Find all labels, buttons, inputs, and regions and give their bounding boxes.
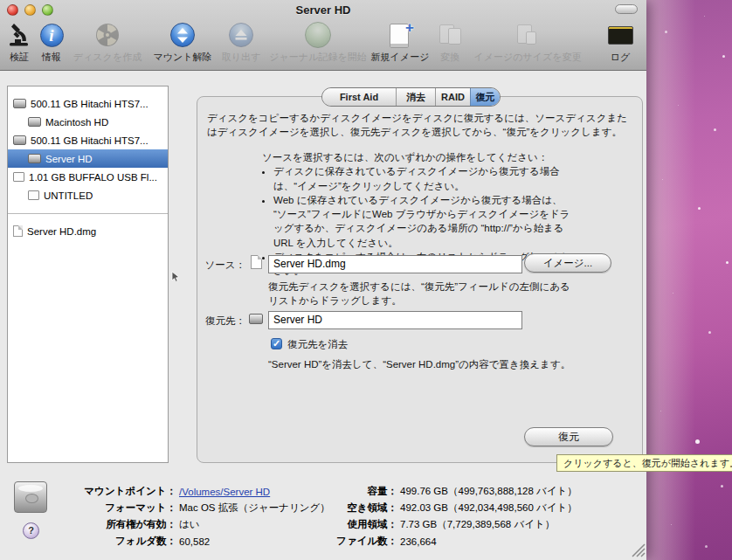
disk-utility-window: Server HD 検証i情報ディスクを作成マウント解除取り出すジャーナル記録を… [0,0,646,560]
mount-point-link[interactable]: /Volumes/Server HD [179,487,270,497]
tab-restore[interactable]: 復元 [470,88,500,106]
source-instructions-title: ソースを選択するには、次のいずれかの操作をしてください： [262,150,573,164]
source-label: ソース： [197,259,245,272]
toolbar-item-journal: ジャーナル記録を開始 [259,21,376,68]
info-row: ファイル数：236,664 [306,533,645,550]
source-field[interactable]: Server HD.dmg [268,255,522,273]
burn-icon [95,21,120,49]
journal-icon [305,22,331,48]
instruction-bullet: ディスクに保存されているディスクイメージから復元する場合は、“イメージ”をクリッ… [273,164,573,193]
info-value: 60,582 [179,536,210,547]
desktop-light-band [646,0,708,560]
volume-icon [28,117,41,127]
sidebar-item[interactable]: Server HD [8,149,168,168]
destination-label: 復元先： [197,315,245,328]
info-value: 499.76 GB（499,763,888,128 バイト） [400,485,577,498]
resize-grip-icon[interactable] [630,542,646,557]
resize-image-icon [514,22,542,48]
toolbar-item-unmount[interactable]: マウント解除 [143,21,222,68]
sidebar-item[interactable]: 500.11 GB Hitachi HTS7... [8,131,168,149]
window-chrome: Server HD 検証i情報ディスクを作成マウント解除取り出すジャーナル記録を… [0,0,646,71]
toolbar-item-info[interactable]: i情報 [34,21,69,68]
source-dmg-icon [251,255,262,269]
image-button[interactable]: イメージ... [524,253,611,273]
disk-icon [13,135,26,145]
sidebar-item[interactable]: UNTITLED [8,186,168,204]
info-row: 容量：499.76 GB（499,763,888,128 バイト） [306,483,645,500]
selected-volume-icon [14,481,47,513]
destination-disk-icon [249,314,263,324]
verify-icon [7,21,31,49]
erase-destination-label: 復元先を消去 [287,338,348,351]
restore-tooltip: クリックすると、復元が開始されます。 [556,454,732,472]
instruction-bullet: Web に保存されているディスクイメージから復元する場合は、“ソース”フィールド… [273,193,573,250]
toolbar-item-new-image[interactable]: +新規イメージ [364,21,436,68]
usb-volume-icon [28,190,39,200]
tab-erase[interactable]: 消去 [396,88,435,106]
toolbar-item-verify[interactable]: 検証 [2,21,37,68]
volume-icon [28,154,41,163]
mouse-cursor-icon [171,271,182,283]
tab-raid[interactable]: RAID [435,88,470,106]
window-title: Server HD [0,3,646,17]
erase-note-text: “Server HD”を消去して、“Server HD.dmg”の内容で置き換え… [268,357,618,371]
unmount-icon [170,23,195,47]
info-value: 492.03 GB（492,034,498,560 バイト） [400,501,577,515]
sidebar-item[interactable]: 500.11 GB Hitachi HTS7... [8,94,168,113]
sidebar-image-item[interactable]: Server HD.dmg [8,222,168,240]
destination-help-text: 復元先ディスクを選択するには、“復元先”フィールドの左側にあるリストからドラッグ… [268,280,572,308]
dmg-icon [13,225,23,237]
sidebar-item[interactable]: 1.01 GB BUFFALO USB Fl... [8,168,168,186]
info-value: 236,664 [400,536,437,547]
info-right-column: 容量：499.76 GB（499,763,888,128 バイト）空き領域：49… [306,483,645,550]
device-sidebar: 500.11 GB Hitachi HTS7...Macintosh HD500… [7,86,169,463]
toolbar: 検証i情報ディスクを作成マウント解除取り出すジャーナル記録を開始+新規イメージ変… [0,21,646,68]
usb-disk-icon [13,172,24,182]
eject-icon [229,23,253,47]
sidebar-list: 500.11 GB Hitachi HTS7...Macintosh HD500… [8,86,168,240]
sidebar-separator [8,213,168,214]
info-row: 空き領域：492.03 GB（492,034,498,560 バイト） [306,500,645,516]
tab-first-aid[interactable]: First Aid [322,88,396,106]
toolbar-toggle-button[interactable] [615,4,638,14]
info-value: はい [179,518,200,531]
info-icon: i [40,24,64,47]
restore-intro-text: ディスクをコピーするかディスクイメージをディスクに復元するには、ソースディスクま… [207,111,632,140]
info-value: 7.73 GB（7,729,389,568 バイト） [400,518,555,531]
toolbar-item-burn: ディスクを作成 [66,21,148,68]
new-image-icon: + [387,22,413,48]
tab-bar: First Aid消去RAID復元 [321,87,501,107]
info-row: 使用領域：7.73 GB（7,729,389,568 バイト） [306,516,645,533]
toolbar-item-resize-image: イメージのサイズを変更 [465,21,590,68]
sidebar-item[interactable]: Macintosh HD [8,113,168,131]
disk-icon [13,99,26,108]
erase-destination-checkbox[interactable]: ✓ [271,338,282,349]
toolbar-item-log[interactable]: ログ [600,21,640,68]
convert-icon [436,22,464,48]
destination-field[interactable]: Server HD [268,311,522,329]
log-icon [608,26,633,45]
restore-button[interactable]: 復元 [524,427,613,446]
help-icon[interactable] [23,522,39,539]
